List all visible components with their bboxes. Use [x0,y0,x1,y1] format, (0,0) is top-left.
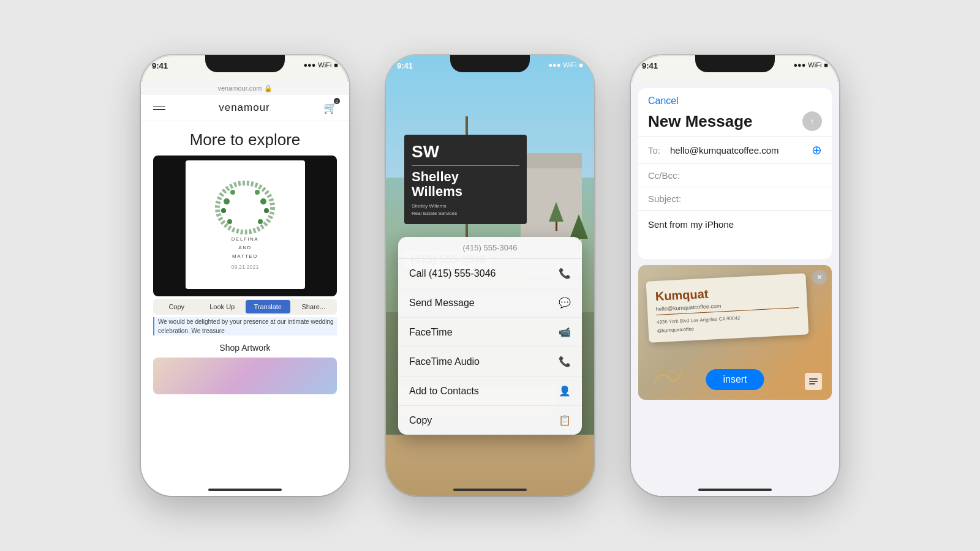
tree-mid-right [549,202,564,231]
phone-3: 9:41 ●●● WiFi ■ Cancel New Message ↑ To:… [631,55,839,496]
email-body[interactable]: Sent from my iPhone [638,210,832,259]
phone3-notch [695,55,775,72]
svg-point-4 [264,208,269,213]
cancel-button[interactable]: Cancel [638,88,832,107]
facetime-label: FaceTime [409,327,453,338]
wreath-decoration [214,180,276,235]
svg-point-2 [221,208,226,213]
svg-rect-11 [809,383,815,384]
menu-header: (415) 555-3046 [398,237,582,259]
bottom-image [153,358,337,394]
battery-icon: ■ [579,61,583,69]
menu-item-call[interactable]: Call (415) 555-3046 📞 [398,259,582,288]
phone1-time: 9:41 [152,61,168,70]
sent-from-text: Sent from my iPhone [648,219,734,230]
copy-icon: 📋 [559,414,571,426]
add-recipient-button[interactable]: ⊕ [812,143,822,157]
phone3-status-icons: ●●● WiFi ■ [793,61,828,69]
shop-artwork-label: Shop Artwork [141,338,349,358]
signal-icon: ●●● [303,61,315,69]
menu-item-message[interactable]: Send Message 💬 [398,288,582,318]
hero-text: More to explore [141,121,349,156]
signal-icon: ●●● [793,61,805,69]
insert-button[interactable]: insert [706,369,764,390]
wifi-icon: WiFi [318,61,331,69]
phone2-time: 9:41 [397,61,413,70]
phone1-screen: venamour.com 🔒 venamour 🛒 0 More to expl… [141,82,349,496]
phone2-status-icons: ●●● WiFi ■ [548,61,583,69]
wifi-icon: WiFi [563,61,576,69]
phone2-status-bar: 9:41 ●●● WiFi ■ [386,55,594,82]
cc-bcc-field[interactable]: Cc/Bcc: [638,163,832,187]
send-button[interactable]: ↑ [802,111,822,131]
svg-point-0 [217,183,273,232]
context-menu: (415) 555-3046 Call (415) 555-3046 📞 Sen… [398,237,582,435]
copy-label: Copy [409,415,432,426]
message-icon: 💬 [559,297,571,309]
home-indicator-2[interactable] [453,489,527,491]
svg-point-1 [224,198,230,204]
cc-bcc-label: Cc/Bcc: [648,170,680,181]
menu-item-facetime-audio[interactable]: FaceTime Audio 📞 [398,347,582,377]
home-indicator-3[interactable] [698,489,772,491]
sign-subtitle: Shelley WillemsReal Estate Services [412,203,519,216]
svg-point-3 [260,198,266,204]
phone1-nav: venamour 🛒 0 [141,95,349,121]
wifi-icon: WiFi [808,61,821,69]
facetime-audio-label: FaceTime Audio [409,356,480,367]
sign-initials: SW [412,142,519,166]
wedding-date: 09.21.2021 [231,264,258,270]
phone3-screen: Cancel New Message ↑ To: hello@kumquatco… [631,82,839,496]
to-field[interactable]: To: hello@kumquatcoffee.com ⊕ [638,136,832,163]
battery-icon: ■ [824,61,828,69]
copy-button[interactable]: Copy [154,300,199,313]
business-card: Kumquat hello@kumquatcoffee.com 4936 Yor… [646,273,809,343]
svg-point-6 [255,190,260,195]
svg-rect-10 [809,381,818,382]
signal-icon: ●●● [548,61,560,69]
subject-label: Subject: [648,193,681,204]
email-compose-title: New Message [648,112,753,131]
lookup-button[interactable]: Look Up [200,300,245,313]
to-label: To: [648,145,666,156]
phone-2: 9:41 ●●● WiFi ■ SW ShelleyWillems [386,55,594,496]
add-contact-icon: 👤 [559,385,571,397]
phone3-time: 9:41 [642,61,658,70]
home-indicator[interactable] [208,489,282,491]
menu-item-facetime[interactable]: FaceTime 📹 [398,318,582,347]
facetime-audio-icon: 📞 [559,356,571,367]
message-label: Send Message [409,298,475,309]
text-selection-toolbar: Copy Look Up Translate Share... [153,299,337,315]
cart-badge: 0 [334,98,340,104]
nav-logo: venamour [219,102,270,114]
phone-icon: 📞 [559,268,571,279]
phone-1: 9:41 ●●● WiFi ■ venamour.com 🔒 venamour … [141,55,349,496]
phone1-status-icons: ●●● WiFi ■ [303,61,338,69]
phone1-url-bar[interactable]: venamour.com 🔒 [141,82,349,95]
artwork-card: DELFINAANDMATTEO 09.21.2021 [153,156,337,296]
building-top [521,153,582,168]
card-decoration [650,363,687,388]
selected-text: We would be delighted by your presence a… [153,317,337,335]
battery-icon: ■ [334,61,338,69]
call-label: Call (415) 555-3046 [409,268,496,279]
share-button[interactable]: Share... [292,300,336,313]
subject-field[interactable]: Subject: [638,187,832,210]
close-card-button[interactable]: ✕ [812,270,827,285]
email-compose-panel: Cancel New Message ↑ To: hello@kumquatco… [638,88,832,259]
svg-point-5 [230,190,235,195]
business-card-preview: Kumquat hello@kumquatcoffee.com 4936 Yor… [638,265,832,400]
translate-button[interactable]: Translate [246,300,290,313]
menu-item-add-contacts[interactable]: Add to Contacts 👤 [398,377,582,406]
hamburger-icon[interactable] [153,106,165,110]
to-value[interactable]: hello@kumquatcoffee.com [670,145,812,156]
svg-point-8 [258,219,263,224]
phone1-notch [205,55,285,72]
svg-rect-9 [809,378,818,380]
real-estate-sign: SW ShelleyWillems Shelley WillemsReal Es… [404,135,527,224]
live-text-icon[interactable] [805,373,822,390]
cart-icon[interactable]: 🛒 0 [323,101,337,114]
add-contacts-label: Add to Contacts [409,386,479,397]
sign-name: ShelleyWillems [412,170,519,199]
menu-item-copy[interactable]: Copy 📋 [398,406,582,435]
